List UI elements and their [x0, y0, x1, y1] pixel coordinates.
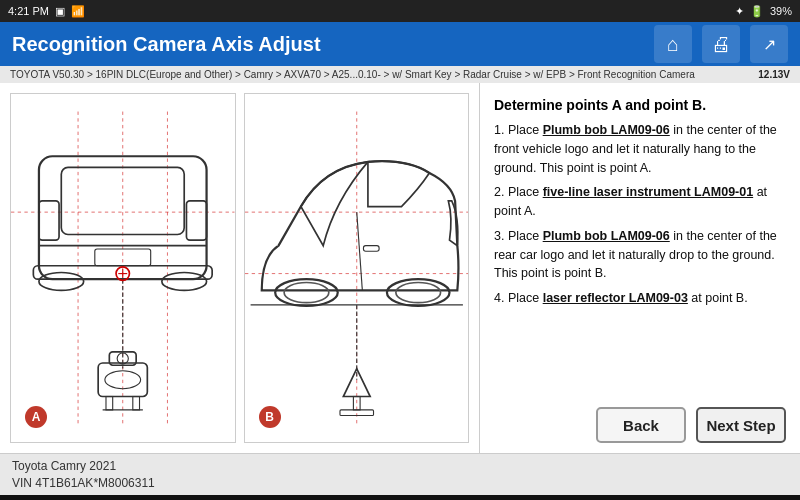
home-icon: ⌂: [667, 33, 679, 56]
battery-percent: 39%: [770, 5, 792, 17]
vehicle-vin: VIN 4T1B61AK*M8006311: [12, 475, 155, 492]
instructions-text: 1. Place Plumb bob LAM09-06 in the cente…: [494, 121, 786, 395]
battery-icon: 🔋: [750, 5, 764, 18]
status-icon-signal: 📶: [71, 5, 85, 18]
back-button[interactable]: Back: [596, 407, 686, 443]
home-button[interactable]: ⌂: [654, 25, 692, 63]
step-3-tool: Plumb bob LAM09-06: [543, 229, 670, 243]
status-bar: 4:21 PM ▣ 📶 ✦ 🔋 39%: [0, 0, 800, 22]
next-step-button[interactable]: Next Step: [696, 407, 786, 443]
point-b-label: B: [259, 406, 281, 428]
step-4: 4. Place laser reflector LAM09-03 at poi…: [494, 289, 786, 308]
breadcrumb: TOYOTA V50.30 > 16PIN DLC(Europe and Oth…: [0, 66, 800, 83]
diagram-panel-left: A: [10, 93, 236, 443]
voltage-display: 12.13V: [758, 69, 790, 80]
footer-info: Toyota Camry 2021 VIN 4T1B61AK*M8006311: [12, 458, 155, 492]
step-2-tool: five-line laser instrument LAM09-01: [543, 185, 753, 199]
status-icon-tablet: ▣: [55, 5, 65, 18]
diagram-area: A: [0, 83, 480, 453]
main-content: A: [0, 83, 800, 453]
app-header: Recognition Camera Axis Adjust ⌂ 🖨 ↗: [0, 22, 800, 66]
point-a-label: A: [25, 406, 47, 428]
step-1-number: 1.: [494, 123, 504, 137]
print-button[interactable]: 🖨: [702, 25, 740, 63]
svg-rect-8: [186, 201, 206, 240]
step-4-tool: laser reflector LAM09-03: [543, 291, 688, 305]
step-1-tool: Plumb bob LAM09-06: [543, 123, 670, 137]
step-2-prefix: Place: [508, 185, 543, 199]
step-2: 2. Place five-line laser instrument LAM0…: [494, 183, 786, 221]
svg-point-12: [162, 272, 207, 290]
print-icon: 🖨: [711, 33, 731, 56]
breadcrumb-text: TOYOTA V50.30 > 16PIN DLC(Europe and Oth…: [10, 69, 695, 80]
step-4-number: 4.: [494, 291, 504, 305]
instructions-title: Determine points A and point B.: [494, 97, 786, 113]
step-2-number: 2.: [494, 185, 504, 199]
step-1: 1. Place Plumb bob LAM09-06 in the cente…: [494, 121, 786, 177]
page-title: Recognition Camera Axis Adjust: [12, 33, 644, 56]
time: 4:21 PM: [8, 5, 49, 17]
svg-rect-16: [133, 397, 140, 410]
export-icon: ↗: [763, 35, 776, 54]
instructions-panel: Determine points A and point B. 1. Place…: [480, 83, 800, 453]
svg-rect-15: [106, 397, 113, 410]
export-button[interactable]: ↗: [750, 25, 788, 63]
svg-rect-7: [39, 201, 59, 240]
svg-point-29: [284, 283, 329, 303]
vehicle-model: Toyota Camry 2021: [12, 458, 155, 475]
svg-rect-9: [95, 249, 151, 266]
step-1-prefix: Place: [508, 123, 543, 137]
svg-point-11: [39, 272, 84, 290]
svg-rect-32: [363, 246, 379, 252]
step-4-suffix: at point B.: [691, 291, 747, 305]
diagram-panel-right: B: [244, 93, 470, 443]
bluetooth-icon: ✦: [735, 5, 744, 18]
svg-point-30: [395, 283, 440, 303]
footer: Toyota Camry 2021 VIN 4T1B61AK*M8006311: [0, 453, 800, 495]
svg-line-31: [356, 212, 362, 290]
step-3: 3. Place Plumb bob LAM09-06 in the cente…: [494, 227, 786, 283]
step-3-prefix: Place: [508, 229, 543, 243]
step-4-prefix: Place: [508, 291, 543, 305]
buttons-row: Back Next Step: [494, 407, 786, 443]
nav-bar: ◁ ○ □ ⊡: [0, 495, 800, 500]
step-3-number: 3.: [494, 229, 504, 243]
